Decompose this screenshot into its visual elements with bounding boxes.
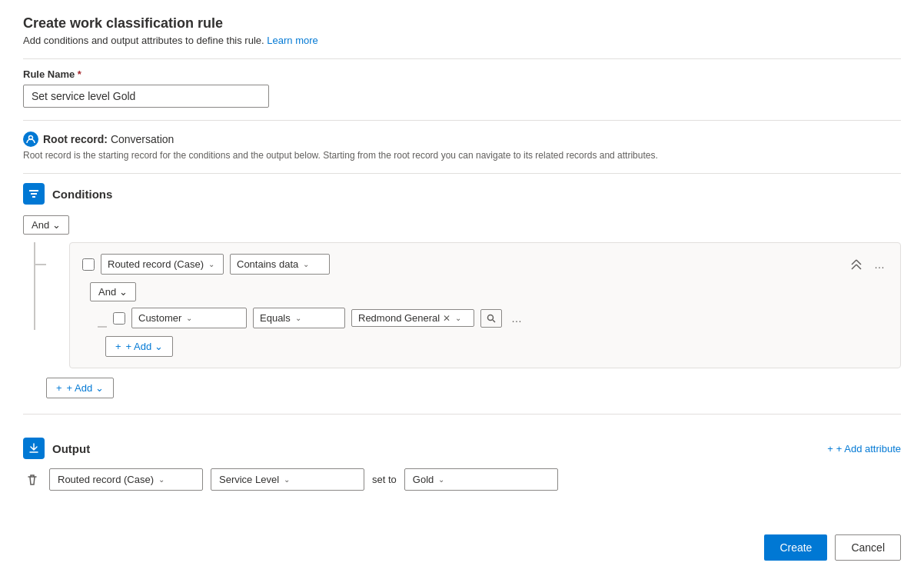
set-to-label: set to (372, 474, 397, 485)
output-attribute-select[interactable]: Service Level ⌄ (211, 468, 364, 491)
contains-data-chevron-icon: ⌄ (303, 260, 309, 268)
root-record-text: Root record: Conversation (43, 133, 174, 145)
inner-and-row: And ⌄ (82, 282, 888, 301)
inner-add-plus-icon: + (115, 341, 121, 352)
outer-and-dropdown[interactable]: And ⌄ (23, 215, 69, 235)
inner-and-dropdown[interactable]: And ⌄ (90, 282, 136, 301)
equals-chevron-icon: ⌄ (295, 314, 301, 322)
root-record-desc: Root record is the starting record for t… (23, 150, 901, 161)
svg-rect-1 (29, 190, 38, 191)
svg-line-6 (852, 265, 856, 269)
output-row: Routed record (Case) ⌄ Service Level ⌄ s… (23, 468, 901, 491)
inner-add-chevron-icon: ⌄ (155, 341, 163, 352)
rule-name-label: Rule Name * (23, 68, 901, 80)
output-record-select[interactable]: Routed record (Case) ⌄ (49, 468, 203, 491)
create-button[interactable]: Create (764, 534, 827, 561)
outer-condition-checkbox[interactable] (82, 258, 95, 271)
outer-and-chevron-icon: ⌄ (52, 219, 61, 231)
inner-condition-checkbox[interactable] (113, 312, 125, 325)
svg-point-8 (488, 315, 494, 320)
learn-more-link[interactable]: Learn more (267, 35, 317, 46)
svg-line-4 (852, 260, 856, 265)
delete-output-button[interactable] (23, 471, 42, 489)
page-subtitle: Add conditions and output attributes to … (23, 35, 901, 46)
conditions-title: Conditions (52, 188, 112, 201)
tag-close-icon[interactable]: ✕ (443, 313, 450, 324)
page-title: Create work classification rule (23, 15, 901, 32)
output-value-select[interactable]: Gold ⌄ (404, 468, 558, 491)
add-attribute-plus-icon: + (827, 443, 833, 454)
svg-rect-3 (32, 196, 35, 198)
routed-record-chevron-icon: ⌄ (208, 260, 214, 268)
equals-select[interactable]: Equals ⌄ (253, 308, 345, 328)
more-options-icon-btn[interactable]: … (871, 255, 888, 274)
inner-condition-row: Customer ⌄ Equals ⌄ Redmond General ✕ ⌄ (98, 308, 888, 328)
value-tag-input[interactable]: Redmond General ✕ ⌄ (351, 309, 474, 327)
outer-add-plus-icon: + (56, 382, 62, 394)
customer-select[interactable]: Customer ⌄ (131, 308, 247, 328)
output-attribute-chevron-icon: ⌄ (284, 475, 290, 484)
routed-record-select[interactable]: Routed record (Case) ⌄ (101, 254, 224, 275)
inner-add-button[interactable]: + + Add ⌄ (105, 336, 173, 357)
root-record-icon (23, 132, 38, 147)
svg-line-7 (856, 265, 861, 269)
collapse-icon-btn[interactable] (848, 256, 865, 273)
outer-condition-row: Routed record (Case) ⌄ Contains data ⌄ (82, 254, 888, 275)
inner-more-options-icon-btn[interactable]: … (508, 309, 525, 328)
outer-add-button[interactable]: + + Add ⌄ (46, 378, 114, 398)
output-title: Output (52, 442, 90, 455)
add-attribute-button[interactable]: + + Add attribute (827, 443, 901, 454)
output-value-chevron-icon: ⌄ (438, 475, 444, 484)
inner-and-chevron-icon: ⌄ (119, 286, 128, 298)
outer-add-chevron-icon: ⌄ (95, 382, 104, 394)
condition-group: Routed record (Case) ⌄ Contains data ⌄ (69, 242, 901, 368)
rule-name-input[interactable] (23, 85, 269, 108)
svg-rect-2 (31, 193, 37, 195)
tag-search-icon-btn[interactable] (480, 309, 502, 328)
cancel-button[interactable]: Cancel (835, 534, 901, 561)
customer-chevron-icon: ⌄ (186, 314, 192, 322)
conditions-section-icon (23, 183, 45, 205)
svg-line-9 (493, 320, 495, 322)
tag-dropdown-chevron-icon[interactable]: ⌄ (455, 314, 461, 322)
output-record-chevron-icon: ⌄ (158, 475, 165, 484)
output-section-icon (23, 438, 45, 459)
svg-line-5 (856, 260, 861, 265)
contains-data-select[interactable]: Contains data ⌄ (230, 254, 330, 275)
footer-buttons: Create Cancel (764, 534, 901, 561)
redmond-general-tag: Redmond General ✕ (358, 312, 450, 324)
